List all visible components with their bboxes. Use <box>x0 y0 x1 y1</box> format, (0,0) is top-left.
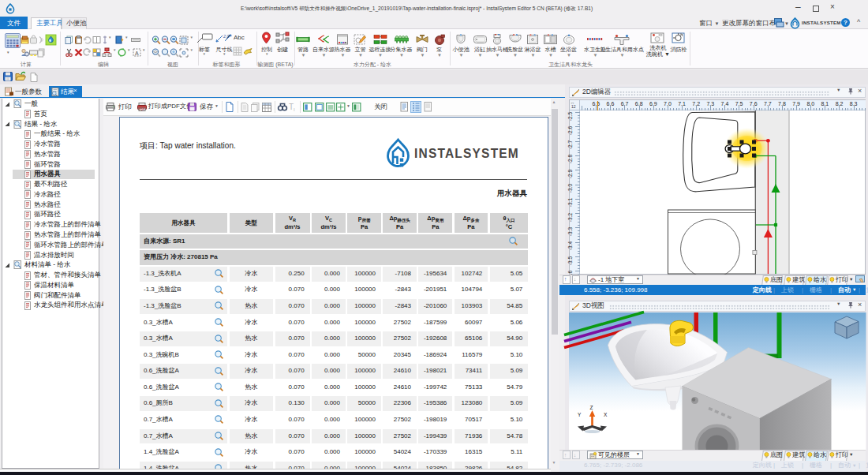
svg-text:Z: Z <box>589 405 593 410</box>
svg-text:Y: Y <box>578 412 582 417</box>
svg-text:A: A <box>135 50 139 55</box>
svg-text:PDF: PDF <box>139 108 144 111</box>
svg-text:2.0: 2.0 <box>223 34 230 39</box>
svg-text:X: X <box>604 412 608 417</box>
